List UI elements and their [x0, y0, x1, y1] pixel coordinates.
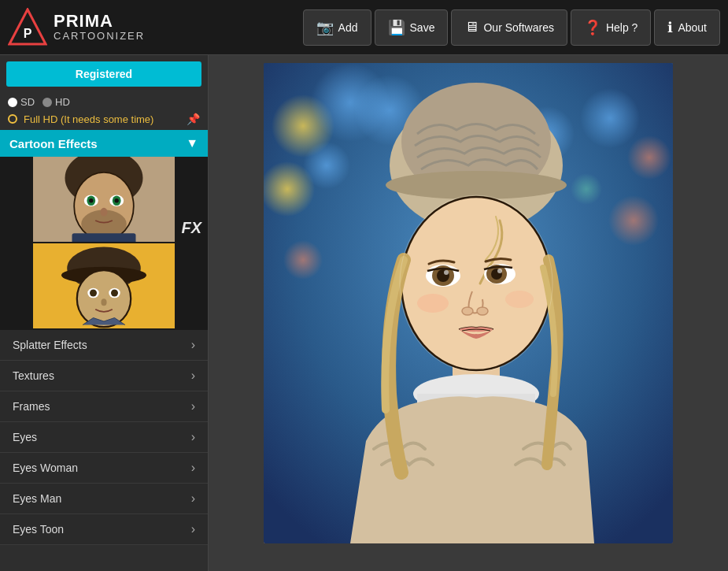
- svg-text:P: P: [24, 27, 32, 40]
- svg-point-9: [89, 198, 93, 202]
- svg-point-56: [477, 307, 488, 315]
- sd-option[interactable]: SD: [8, 96, 35, 108]
- svg-point-24: [111, 290, 118, 297]
- canvas-area: [209, 55, 728, 571]
- fullhd-option[interactable]: Full HD (It needs some time) 📌: [0, 111, 208, 127]
- artwork-svg: [264, 63, 673, 543]
- svg-point-25: [101, 298, 106, 306]
- quality-selector: SD HD: [0, 93, 208, 111]
- svg-point-36: [608, 195, 659, 246]
- save-icon: 💾: [388, 19, 405, 36]
- save-button[interactable]: 💾 Save: [375, 9, 449, 46]
- frames-item[interactable]: Frames ›: [0, 391, 208, 422]
- nav-area: 📷 Add 💾 Save 🖥 Our Softwares ❓ Help ? ℹ …: [303, 9, 720, 46]
- about-button[interactable]: ℹ About: [654, 9, 720, 46]
- frames-arrow-icon: ›: [191, 399, 195, 413]
- about-icon: ℹ: [667, 19, 673, 36]
- fullhd-radio[interactable]: [8, 114, 17, 124]
- splatter-arrow-icon: ›: [191, 338, 195, 352]
- svg-point-50: [444, 270, 449, 275]
- svg-rect-15: [72, 233, 136, 242]
- sd-radio[interactable]: [8, 98, 17, 107]
- logo-name: PRIMA: [54, 12, 145, 31]
- effect-card-1[interactable]: FX: [0, 157, 208, 243]
- add-button[interactable]: 📷 Add: [303, 9, 371, 46]
- svg-point-57: [417, 294, 449, 313]
- help-icon: ❓: [584, 19, 601, 36]
- add-icon: 📷: [316, 19, 334, 36]
- softwares-icon: 🖥: [464, 19, 479, 35]
- svg-point-30: [303, 142, 350, 189]
- eyes-woman-arrow-icon: ›: [191, 461, 195, 475]
- svg-point-12: [115, 198, 119, 202]
- eyes-toon-arrow-icon: ›: [191, 522, 195, 536]
- registered-badge[interactable]: Registered: [6, 61, 201, 87]
- fx-badge: FX: [181, 219, 201, 237]
- svg-point-13: [101, 208, 108, 217]
- our-softwares-button[interactable]: 🖥 Our Softwares: [451, 9, 567, 46]
- svg-point-58: [505, 291, 534, 308]
- effect-preview-1: [0, 157, 208, 242]
- effect-preview-2: [0, 243, 208, 328]
- svg-point-33: [283, 240, 323, 280]
- svg-point-35: [627, 135, 671, 180]
- svg-point-34: [580, 88, 640, 148]
- pin-icon: 📌: [187, 113, 200, 125]
- svg-point-54: [497, 269, 502, 273]
- logo-text: PRIMA CARTOONIZER: [54, 12, 145, 42]
- svg-point-22: [90, 290, 97, 297]
- eyes-man-arrow-icon: ›: [191, 491, 195, 506]
- eyes-arrow-icon: ›: [191, 430, 195, 444]
- eyes-item[interactable]: Eyes ›: [0, 422, 208, 453]
- help-button[interactable]: ❓ Help ?: [571, 9, 651, 46]
- logo-subtitle: CARTOONIZER: [54, 31, 145, 42]
- textures-arrow-icon: ›: [191, 369, 195, 383]
- main-canvas: [264, 63, 673, 543]
- effects-scroll[interactable]: FX: [0, 157, 208, 571]
- logo-icon: P: [8, 8, 47, 47]
- header: P PRIMA CARTOONIZER 📷 Add 💾 Save 🖥 Our S…: [0, 0, 728, 55]
- effect-card-2[interactable]: [0, 243, 208, 330]
- svg-point-55: [462, 307, 473, 315]
- splatter-effects-item[interactable]: Splatter Effects ›: [0, 330, 208, 361]
- hd-radio[interactable]: [42, 98, 52, 107]
- svg-point-37: [571, 173, 602, 205]
- main-layout: Registered SD HD Full HD (It needs some …: [0, 55, 728, 571]
- hd-option[interactable]: HD: [42, 96, 70, 108]
- eyes-toon-item[interactable]: Eyes Toon ›: [0, 514, 208, 545]
- sidebar: Registered SD HD Full HD (It needs some …: [0, 55, 209, 571]
- eyes-woman-item[interactable]: Eyes Woman ›: [0, 453, 208, 484]
- eyes-man-item[interactable]: Eyes Man ›: [0, 484, 208, 514]
- textures-item[interactable]: Textures ›: [0, 361, 208, 391]
- logo-area: P PRIMA CARTOONIZER: [8, 8, 165, 47]
- chevron-down-icon: ▼: [186, 136, 198, 150]
- cartoon-effects-header[interactable]: Cartoon Effects ▼: [0, 130, 208, 157]
